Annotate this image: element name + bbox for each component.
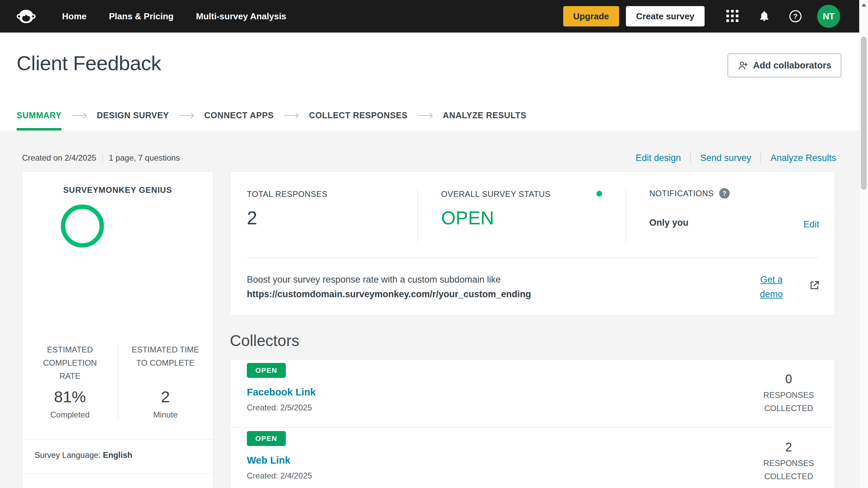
completion-rate-sub: Completed [32, 410, 108, 420]
responses-count: 2 [785, 440, 792, 454]
completion-rate-stat: ESTIMATED COMPLETION RATE 81% Completed [22, 343, 118, 420]
analyze-results-link[interactable]: Analyze Results [770, 153, 836, 163]
divider [417, 187, 418, 242]
survey-language-label: Survey Language: [35, 450, 101, 460]
time-to-complete-stat: ESTIMATED TIME TO COMPLETE 2 Minute [118, 343, 213, 420]
collectors-list: OPEN Facebook Link Created: 2/5/2025 0 R… [230, 359, 835, 488]
status-open-dot [596, 191, 602, 197]
responses-count: 0 [785, 372, 792, 386]
total-responses-block: TOTAL RESPONSES 2 [247, 189, 328, 229]
total-responses-label: TOTAL RESPONSES [247, 189, 328, 199]
divider [761, 153, 761, 163]
time-to-complete-label: ESTIMATED TIME TO COMPLETE [127, 343, 204, 383]
collector-row: OPEN Web Link Created: 2/4/2025 2 RESPON… [230, 428, 835, 488]
collector-row: OPEN Facebook Link Created: 2/5/2025 0 R… [230, 360, 835, 428]
collectors-heading: Collectors [230, 331, 299, 350]
apps-grid-icon[interactable] [726, 10, 739, 23]
nav-item-multi-survey-analysis[interactable]: Multi-survey Analysis [185, 11, 297, 22]
survey-actions: Edit design Send survey Analyze Results [636, 150, 836, 165]
survey-language-value: English [103, 450, 132, 460]
page-title: Client Feedback [17, 52, 161, 75]
collector-created-date: Created: 2/4/2025 [247, 471, 312, 481]
surveymonkey-genius-card: SURVEYMONKEY GENIUS ESTIMATED COMPLETION… [22, 171, 213, 488]
divider [690, 153, 691, 163]
tab-arrow-icon [72, 115, 86, 116]
survey-status-value: OPEN [441, 207, 551, 229]
responses-count-label: RESPONSES COLLECTED [762, 456, 816, 483]
tab-design-survey[interactable]: DESIGN SURVEY [97, 100, 169, 130]
total-responses-value: 2 [247, 207, 328, 229]
help-glyph: ? [793, 12, 798, 20]
surveymonkey-logo-icon[interactable] [16, 9, 36, 24]
genius-score-ring [61, 204, 104, 249]
tab-collect-responses[interactable]: COLLECT RESPONSES [309, 100, 408, 130]
scroll-up-arrow-icon[interactable] [862, 3, 866, 6]
user-avatar[interactable]: NT [817, 5, 840, 28]
top-navigation: Home Plans & Pricing Multi-survey Analys… [0, 0, 859, 33]
divider [626, 187, 626, 242]
responses-count-label: RESPONSES COLLECTED [762, 388, 816, 415]
nav-item-plans-pricing[interactable]: Plans & Pricing [98, 11, 185, 22]
notifications-bell-icon[interactable] [758, 10, 770, 22]
custom-subdomain-promo: Boost your survey response rate with a c… [247, 272, 722, 302]
divider [247, 258, 818, 258]
help-icon[interactable]: ? [789, 10, 802, 22]
divider [102, 154, 103, 162]
tab-connect-apps[interactable]: CONNECT APPS [204, 100, 274, 130]
notifications-label: NOTIFICATIONS [649, 189, 714, 198]
tab-summary[interactable]: SUMMARY [17, 100, 61, 130]
genius-title: SURVEYMONKEY GENIUS [22, 172, 213, 195]
divider [22, 439, 213, 440]
tab-arrow-icon [418, 115, 432, 116]
created-date-text: Created on 2/4/2025 [22, 153, 96, 163]
tab-arrow-icon [284, 115, 298, 116]
survey-overview-card: TOTAL RESPONSES 2 OVERALL SURVEY STATUS … [230, 171, 835, 316]
time-to-complete-value: 2 [127, 387, 204, 406]
genius-stats: ESTIMATED COMPLETION RATE 81% Completed … [22, 343, 213, 420]
page-header: Client Feedback Add collaborators [0, 33, 859, 100]
tab-arrow-icon [179, 115, 194, 116]
pages-questions-text: 1 page, 7 questions [109, 153, 180, 163]
divider [22, 473, 213, 474]
collector-responses: 0 RESPONSES COLLECTED [762, 360, 816, 427]
vertical-scrollbar[interactable] [859, 0, 868, 488]
collector-link-facebook[interactable]: Facebook Link [247, 387, 316, 398]
collector-link-web[interactable]: Web Link [247, 455, 290, 466]
time-to-complete-sub: Minute [127, 410, 204, 420]
survey-language-row: Survey Language: English [35, 450, 132, 460]
completion-rate-label: ESTIMATED COMPLETION RATE [32, 343, 108, 383]
notifications-block: NOTIFICATIONS ? Only you [649, 188, 730, 228]
survey-meta: Created on 2/4/2025 1 page, 7 questions [22, 150, 180, 165]
scrollbar-thumb[interactable] [861, 37, 867, 190]
nav-item-home[interactable]: Home [51, 11, 98, 22]
tab-analyze-results[interactable]: ANALYZE RESULTS [443, 100, 527, 130]
collector-responses: 2 RESPONSES COLLECTED [762, 428, 816, 488]
survey-status-label: OVERALL SURVEY STATUS [441, 189, 551, 199]
send-survey-link[interactable]: Send survey [700, 153, 751, 163]
notifications-help-icon[interactable]: ? [719, 188, 730, 199]
status-badge: OPEN [247, 431, 286, 446]
add-collaborators-label: Add collaborators [753, 60, 831, 71]
add-collaborators-button[interactable]: Add collaborators [728, 54, 841, 77]
notifications-value: Only you [649, 218, 730, 228]
workflow-tabs: SUMMARY DESIGN SURVEY CONNECT APPS COLLE… [0, 100, 859, 130]
survey-status-block: OVERALL SURVEY STATUS OPEN [441, 189, 551, 229]
create-survey-button[interactable]: Create survey [626, 6, 705, 26]
nav-right-cluster: Upgrade Create survey ? NT [563, 5, 840, 28]
collector-created-date: Created: 2/5/2025 [247, 403, 312, 412]
status-badge: OPEN [247, 363, 286, 378]
completion-rate-value: 81% [32, 387, 108, 406]
external-link-icon[interactable] [809, 280, 820, 292]
promo-url: https://customdomain.surveymonkey.com/r/… [247, 289, 531, 299]
get-a-demo-link[interactable]: Get a demo [752, 272, 790, 302]
notifications-edit-link[interactable]: Edit [803, 219, 819, 230]
person-plus-icon [737, 60, 748, 71]
edit-design-link[interactable]: Edit design [636, 153, 681, 163]
upgrade-button[interactable]: Upgrade [563, 6, 619, 26]
promo-text: Boost your survey response rate with a c… [247, 274, 501, 285]
